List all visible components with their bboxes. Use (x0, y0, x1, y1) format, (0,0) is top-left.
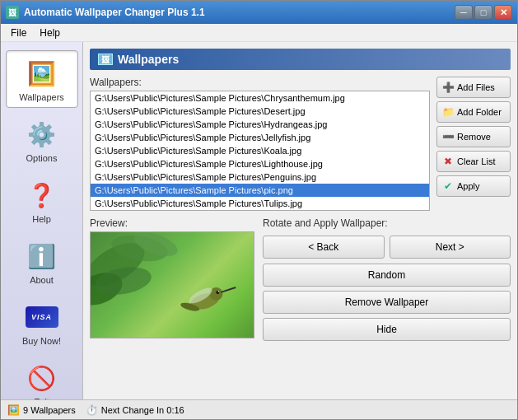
svg-point-11 (218, 291, 220, 292)
window-title: Automatic Wallpaper Changer Plus 1.1 (24, 7, 455, 18)
next-change-status: ⏱️ Next Change In 0:16 (86, 404, 184, 416)
sidebar-item-exit[interactable]: 🚫 Exit (6, 355, 78, 399)
close-button[interactable]: ✕ (494, 5, 512, 20)
next-button[interactable]: Next > (390, 236, 511, 259)
buynow-icon: VISA (25, 300, 59, 334)
title-bar: 🖼 Automatic Wallpaper Changer Plus 1.1 ─… (1, 1, 517, 24)
next-change-label: Next Change In 0:16 (101, 405, 184, 415)
rotate-buttons: < Back Next > (263, 236, 511, 259)
add-files-button[interactable]: ➕ Add Files (436, 77, 511, 98)
sidebar-item-help[interactable]: ❓ Help (6, 172, 78, 230)
sidebar-label-about: About (30, 275, 54, 285)
list-item[interactable]: G:\Users\Public\Pictures\Sample Pictures… (91, 170, 429, 184)
list-item[interactable]: G:\Users\Public\Pictures\Sample Pictures… (91, 105, 429, 118)
panel-icon: 🖼 (98, 54, 113, 65)
apply-icon: ✔ (442, 180, 454, 192)
add-folder-button[interactable]: 📁 Add Folder (436, 101, 511, 123)
preview-container: Preview: (90, 217, 254, 345)
apply-button[interactable]: ✔ Apply (436, 175, 511, 197)
remove-icon: ➖ (442, 131, 454, 142)
clear-list-icon: ✖ (442, 156, 454, 167)
wallpapers-list-container: Wallpapers: G:\Users\Public\Pictures\Sam… (90, 77, 430, 211)
minimize-button[interactable]: ─ (455, 5, 473, 20)
wallpapers-section: Wallpapers: G:\Users\Public\Pictures\Sam… (90, 77, 511, 211)
main-window: 🖼 Automatic Wallpaper Changer Plus 1.1 ─… (0, 0, 518, 420)
sidebar-label-options: Options (26, 153, 58, 163)
app-icon: 🖼 (6, 6, 19, 19)
sidebar-item-options[interactable]: ⚙️ Options (6, 111, 78, 169)
menu-bar: File Help (1, 24, 517, 42)
buttons-panel: ➕ Add Files 📁 Add Folder ➖ Remove ✖ Clea… (436, 77, 511, 211)
panel-header: 🖼 Wallpapers (90, 49, 511, 70)
sidebar-item-wallpapers[interactable]: 🖼️ Wallpapers (6, 50, 78, 108)
menu-file[interactable]: File (4, 26, 33, 40)
content-area: 🖼 Wallpapers Wallpapers: G:\Users\Public… (83, 42, 517, 399)
maximize-button[interactable]: □ (474, 5, 492, 20)
rotate-label: Rotate and Apply Wallpaper: (263, 217, 511, 229)
back-button[interactable]: < Back (263, 236, 385, 259)
hide-button[interactable]: Hide (263, 318, 511, 341)
list-item[interactable]: G:\Users\Public\Pictures\Sample Pictures… (91, 184, 429, 197)
bottom-section: Preview: (90, 217, 511, 345)
list-item[interactable]: G:\Users\Public\Pictures\Sample Pictures… (91, 197, 429, 210)
wallpapers-icon: 🖼️ (25, 56, 59, 91)
random-button[interactable]: Random (263, 264, 511, 287)
sidebar-label-buynow: Buy Now! (22, 336, 61, 346)
preview-svg (91, 231, 254, 338)
wallpaper-count-icon: 🖼️ (7, 404, 20, 416)
sidebar-label-help: Help (32, 214, 51, 224)
remove-button[interactable]: ➖ Remove (436, 126, 511, 147)
menu-help[interactable]: Help (33, 26, 67, 40)
clear-list-button[interactable]: ✖ Clear List (436, 151, 511, 172)
options-icon: ⚙️ (25, 117, 59, 152)
sidebar-label-wallpapers: Wallpapers (19, 92, 64, 102)
wallpaper-count-label: 9 Wallpapers (23, 405, 76, 415)
preview-label: Preview: (90, 217, 254, 229)
sidebar-item-about[interactable]: ℹ️ About (6, 233, 78, 291)
wallpapers-list[interactable]: G:\Users\Public\Pictures\Sample Pictures… (90, 91, 430, 211)
sidebar: 🖼️ Wallpapers ⚙️ Options ❓ Help ℹ️ About… (1, 42, 83, 399)
main-layout: 🖼️ Wallpapers ⚙️ Options ❓ Help ℹ️ About… (1, 42, 517, 399)
svg-line-7 (221, 287, 236, 292)
window-controls: ─ □ ✕ (455, 5, 512, 20)
list-item[interactable]: G:\Users\Public\Pictures\Sample Pictures… (91, 91, 429, 105)
about-icon: ℹ️ (25, 239, 59, 273)
list-item[interactable]: G:\Users\Public\Pictures\Sample Pictures… (91, 131, 429, 144)
list-item[interactable]: G:\Users\Public\Pictures\Sample Pictures… (91, 118, 429, 131)
help-icon: ❓ (25, 178, 59, 212)
preview-image (90, 231, 254, 338)
add-folder-icon: 📁 (442, 106, 454, 118)
status-bar: 🖼️ 9 Wallpapers ⏱️ Next Change In 0:16 (1, 399, 517, 419)
remove-wallpaper-button[interactable]: Remove Wallpaper (263, 291, 511, 314)
list-label: Wallpapers: (90, 77, 430, 88)
panel-title: Wallpapers (118, 53, 179, 66)
exit-icon: 🚫 (25, 361, 59, 395)
add-files-icon: ➕ (442, 82, 454, 93)
list-item[interactable]: G:\Users\Public\Pictures\Sample Pictures… (91, 157, 429, 170)
rotate-section: Rotate and Apply Wallpaper: < Back Next … (263, 217, 511, 345)
clock-icon: ⏱️ (86, 404, 98, 416)
wallpaper-count-status: 🖼️ 9 Wallpapers (7, 404, 76, 416)
list-item[interactable]: G:\Users\Public\Pictures\Sample Pictures… (91, 144, 429, 157)
sidebar-item-buynow[interactable]: VISA Buy Now! (6, 294, 78, 352)
